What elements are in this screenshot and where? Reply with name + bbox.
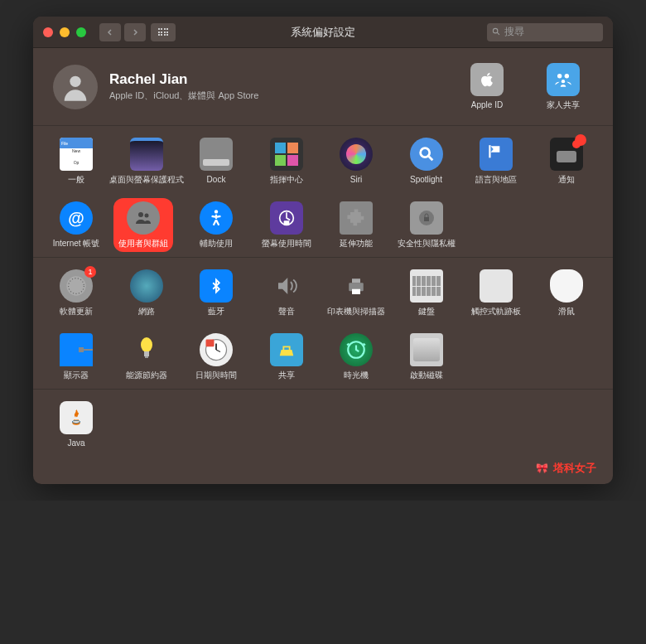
watermark-icon: 🎀 (536, 462, 548, 474)
ext-icon (340, 201, 373, 235)
pref-label: Java (67, 438, 84, 448)
pref-family-sharing[interactable]: 家人共享 (533, 63, 593, 110)
svg-point-28 (72, 421, 80, 424)
pref-internet[interactable]: @Internet 帳號 (46, 201, 106, 249)
desktop-icon (130, 138, 163, 171)
pref-label: 延伸功能 (340, 238, 373, 249)
java-icon (60, 401, 93, 434)
forward-button[interactable] (124, 23, 146, 41)
family-icon (547, 63, 580, 96)
update-icon: 1 (60, 269, 93, 303)
svg-rect-8 (489, 145, 490, 157)
pref-label: 滑鼠 (558, 306, 575, 317)
pref-energy[interactable]: 能源節約器 (117, 333, 176, 380)
pref-label: 家人共享 (547, 99, 580, 110)
pref-general[interactable]: FileNewOp一般 (46, 138, 106, 185)
pref-grid: FileNewOp一般桌面與螢幕保護程式Dock指揮中心SiriSpotligh… (46, 138, 600, 185)
pref-datetime[interactable]: 日期與時間 (186, 333, 246, 380)
apple-icon (470, 63, 504, 96)
svg-point-4 (565, 74, 569, 78)
back-button[interactable] (99, 23, 121, 41)
pref-keyboard[interactable]: 鍵盤 (397, 269, 456, 317)
pref-label: 桌面與螢幕保護程式 (109, 174, 184, 185)
pref-label: Apple ID (471, 99, 503, 110)
pref-users[interactable]: 使用者與群組 (113, 198, 173, 252)
pref-printers[interactable]: 印表機與掃描器 (326, 269, 386, 317)
show-all-button[interactable] (151, 23, 176, 41)
badge: 1 (84, 266, 96, 278)
security-icon (410, 201, 443, 235)
user-subtitle: Apple ID、iCloud、媒體與 App Store (109, 90, 457, 102)
sharing-icon (270, 333, 303, 366)
pref-extensions[interactable]: 延伸功能 (326, 201, 386, 249)
window-controls (43, 27, 86, 37)
user-avatar[interactable] (53, 65, 98, 109)
svg-point-6 (420, 148, 429, 157)
svg-point-2 (70, 75, 80, 86)
svg-point-0 (493, 28, 498, 33)
printer-icon (340, 269, 373, 303)
pref-language[interactable]: 語言與地區 (466, 138, 526, 185)
pref-label: 聲音 (278, 306, 295, 317)
pref-displays[interactable]: 顯示器 (46, 333, 106, 380)
pref-grid: Java (46, 401, 600, 448)
pref-trackpad[interactable]: 觸控式軌跡板 (466, 269, 526, 317)
siri-icon (340, 138, 373, 171)
pref-sharing[interactable]: 共享 (257, 333, 316, 380)
internet-icon: @ (60, 201, 93, 235)
close-button[interactable] (43, 27, 53, 37)
pref-label: 啟動磁碟 (410, 370, 443, 380)
screentime-icon (270, 201, 303, 235)
pref-bluetooth[interactable]: 藍牙 (186, 269, 246, 317)
pref-java[interactable]: Java (46, 401, 106, 448)
pref-sound[interactable]: 聲音 (257, 269, 316, 317)
pref-screentime[interactable]: 螢幕使用時間 (257, 201, 316, 249)
svg-line-7 (428, 157, 432, 161)
access-icon (200, 201, 233, 235)
pref-timemachine[interactable]: 時光機 (326, 333, 386, 380)
minimize-button[interactable] (60, 27, 70, 37)
pref-label: 指揮中心 (270, 174, 303, 185)
svg-point-10 (144, 214, 148, 218)
pref-spotlight[interactable]: Spotlight (397, 138, 456, 185)
pref-dock[interactable]: Dock (186, 138, 246, 185)
pref-label: 共享 (278, 370, 295, 380)
header-icons: Apple ID 家人共享 (457, 63, 593, 110)
svg-rect-18 (352, 278, 360, 283)
badge (575, 134, 586, 146)
pref-mission[interactable]: 指揮中心 (257, 138, 316, 185)
zoom-button[interactable] (76, 27, 86, 37)
pref-mouse[interactable]: 滑鼠 (537, 269, 596, 317)
general-icon: FileNewOp (60, 138, 93, 171)
pref-apple-id[interactable]: Apple ID (457, 63, 517, 110)
pref-notifications[interactable]: 通知 (537, 138, 596, 185)
bt-icon (200, 269, 233, 303)
pref-label: 日期與時間 (195, 370, 237, 380)
pref-label: Dock (207, 174, 226, 185)
svg-rect-12 (283, 220, 289, 225)
pref-siri[interactable]: Siri (326, 138, 386, 185)
pref-label: 輔助使用 (200, 238, 233, 249)
footer: 🎀 塔科女子 (33, 457, 613, 484)
pref-accessibility[interactable]: 輔助使用 (186, 201, 246, 249)
pref-desktop[interactable]: 桌面與螢幕保護程式 (117, 138, 176, 185)
lang-icon (480, 138, 513, 171)
user-header: Rachel Jian Apple ID、iCloud、媒體與 App Stor… (33, 48, 613, 126)
mouse-icon (550, 269, 583, 303)
pref-label: 顯示器 (64, 370, 89, 380)
pref-label: 螢幕使用時間 (262, 238, 311, 249)
pref-label: 軟體更新 (60, 306, 93, 317)
pref-security[interactable]: 安全性與隱私權 (397, 201, 456, 249)
pref-label: 一般 (68, 174, 84, 185)
search-placeholder: 搜尋 (504, 25, 524, 39)
svg-point-11 (215, 210, 218, 213)
search-field[interactable]: 搜尋 (487, 23, 603, 41)
window-title: 系統偏好設定 (291, 25, 355, 40)
pref-startup[interactable]: 啟動磁碟 (397, 333, 456, 380)
svg-rect-26 (206, 340, 215, 347)
mission-icon (270, 138, 303, 171)
pref-update[interactable]: 1軟體更新 (46, 269, 106, 317)
pref-network[interactable]: 網路 (117, 269, 176, 317)
pref-label: 安全性與隱私權 (398, 238, 456, 249)
pref-label: Siri (350, 174, 362, 185)
